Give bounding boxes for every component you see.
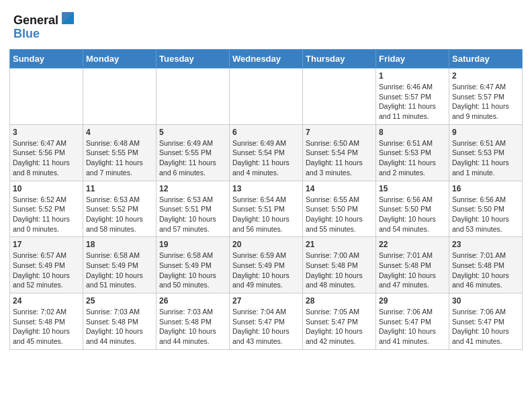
cell-content: Sunrise: 6:51 AM Sunset: 5:53 PM Dayligh…: [379, 138, 446, 178]
week-row-3: 10Sunrise: 6:52 AM Sunset: 5:52 PM Dayli…: [10, 181, 523, 237]
cell-content: Sunrise: 7:04 AM Sunset: 5:47 PM Dayligh…: [232, 307, 300, 347]
cell-content: Sunrise: 6:58 AM Sunset: 5:49 PM Dayligh…: [159, 250, 226, 290]
calendar-cell: 23Sunrise: 7:01 AM Sunset: 5:48 PM Dayli…: [449, 237, 523, 293]
day-number: 28: [306, 296, 373, 306]
cell-content: Sunrise: 6:48 AM Sunset: 5:55 PM Dayligh…: [86, 138, 153, 178]
day-number: 17: [13, 240, 80, 249]
cell-content: Sunrise: 6:49 AM Sunset: 5:54 PM Dayligh…: [232, 138, 300, 178]
calendar-cell: 18Sunrise: 6:58 AM Sunset: 5:49 PM Dayli…: [83, 237, 157, 293]
day-number: 5: [159, 128, 226, 137]
cell-content: Sunrise: 7:01 AM Sunset: 5:48 PM Dayligh…: [452, 250, 519, 290]
calendar-cell: 21Sunrise: 7:00 AM Sunset: 5:48 PM Dayli…: [303, 237, 376, 293]
calendar-cell: 14Sunrise: 6:55 AM Sunset: 5:50 PM Dayli…: [303, 181, 376, 237]
calendar-cell: 22Sunrise: 7:01 AM Sunset: 5:48 PM Dayli…: [376, 237, 449, 293]
cell-content: Sunrise: 7:01 AM Sunset: 5:48 PM Dayligh…: [379, 250, 446, 290]
cell-content: Sunrise: 6:53 AM Sunset: 5:51 PM Dayligh…: [159, 195, 226, 234]
day-number: 27: [232, 296, 300, 306]
day-number: 22: [379, 240, 446, 249]
calendar-cell: 30Sunrise: 7:06 AM Sunset: 5:47 PM Dayli…: [449, 293, 523, 350]
cell-content: Sunrise: 6:58 AM Sunset: 5:49 PM Dayligh…: [86, 250, 153, 290]
cell-content: Sunrise: 7:03 AM Sunset: 5:48 PM Dayligh…: [159, 307, 226, 347]
day-number: 3: [13, 128, 80, 137]
calendar-table: SundayMondayTuesdayWednesdayThursdayFrid…: [9, 49, 523, 350]
cell-content: Sunrise: 6:56 AM Sunset: 5:50 PM Dayligh…: [452, 195, 519, 234]
day-number: 23: [452, 240, 519, 249]
calendar-cell: 2Sunrise: 6:47 AM Sunset: 5:57 PM Daylig…: [449, 68, 523, 125]
week-row-1: 1Sunrise: 6:46 AM Sunset: 5:57 PM Daylig…: [10, 68, 523, 125]
calendar-cell: 26Sunrise: 7:03 AM Sunset: 5:48 PM Dayli…: [157, 293, 230, 350]
calendar-cell: 9Sunrise: 6:51 AM Sunset: 5:53 PM Daylig…: [449, 124, 523, 181]
day-number: 21: [306, 240, 373, 249]
week-row-2: 3Sunrise: 6:47 AM Sunset: 5:56 PM Daylig…: [10, 124, 523, 181]
cell-content: Sunrise: 6:56 AM Sunset: 5:50 PM Dayligh…: [379, 195, 446, 234]
calendar-cell: 12Sunrise: 6:53 AM Sunset: 5:51 PM Dayli…: [157, 181, 230, 237]
cell-content: Sunrise: 7:06 AM Sunset: 5:47 PM Dayligh…: [379, 307, 446, 347]
day-number: 25: [86, 296, 153, 306]
cell-content: Sunrise: 6:55 AM Sunset: 5:50 PM Dayligh…: [306, 195, 373, 234]
cell-content: Sunrise: 6:51 AM Sunset: 5:53 PM Dayligh…: [452, 138, 519, 178]
calendar-cell: 27Sunrise: 7:04 AM Sunset: 5:47 PM Dayli…: [230, 293, 303, 350]
calendar-cell: 8Sunrise: 6:51 AM Sunset: 5:53 PM Daylig…: [376, 124, 449, 181]
cell-content: Sunrise: 6:57 AM Sunset: 5:49 PM Dayligh…: [13, 250, 80, 290]
weekday-header-monday: Monday: [83, 50, 157, 68]
calendar-cell: 4Sunrise: 6:48 AM Sunset: 5:55 PM Daylig…: [83, 124, 157, 181]
weekday-header-row: SundayMondayTuesdayWednesdayThursdayFrid…: [10, 50, 523, 68]
day-number: 26: [159, 296, 226, 306]
calendar-cell: 16Sunrise: 6:56 AM Sunset: 5:50 PM Dayli…: [449, 181, 523, 237]
cell-content: Sunrise: 6:46 AM Sunset: 5:57 PM Dayligh…: [379, 82, 446, 122]
calendar-cell: 25Sunrise: 7:03 AM Sunset: 5:48 PM Dayli…: [83, 293, 157, 350]
day-number: 29: [379, 296, 446, 306]
calendar-wrap: SundayMondayTuesdayWednesdayThursdayFrid…: [0, 49, 532, 359]
logo-svg: General Blue: [13, 12, 74, 42]
day-number: 18: [86, 240, 153, 249]
cell-content: Sunrise: 6:47 AM Sunset: 5:57 PM Dayligh…: [452, 82, 519, 122]
week-row-5: 24Sunrise: 7:02 AM Sunset: 5:48 PM Dayli…: [10, 293, 523, 350]
svg-text:General: General: [13, 13, 58, 27]
cell-content: Sunrise: 7:03 AM Sunset: 5:48 PM Dayligh…: [86, 307, 153, 347]
cell-content: Sunrise: 6:59 AM Sunset: 5:49 PM Dayligh…: [232, 250, 300, 290]
day-number: 20: [232, 240, 300, 249]
day-number: 2: [452, 71, 519, 81]
cell-content: Sunrise: 6:49 AM Sunset: 5:55 PM Dayligh…: [159, 138, 226, 178]
calendar-cell: 29Sunrise: 7:06 AM Sunset: 5:47 PM Dayli…: [376, 293, 449, 350]
week-row-4: 17Sunrise: 6:57 AM Sunset: 5:49 PM Dayli…: [10, 237, 523, 293]
cell-content: Sunrise: 7:06 AM Sunset: 5:47 PM Dayligh…: [452, 307, 519, 347]
day-number: 13: [232, 184, 300, 193]
day-number: 12: [159, 184, 226, 193]
calendar-cell: 17Sunrise: 6:57 AM Sunset: 5:49 PM Dayli…: [10, 237, 83, 293]
calendar-cell: [230, 68, 303, 125]
cell-content: Sunrise: 6:50 AM Sunset: 5:54 PM Dayligh…: [306, 138, 373, 178]
day-number: 8: [379, 128, 446, 137]
calendar-cell: 20Sunrise: 6:59 AM Sunset: 5:49 PM Dayli…: [230, 237, 303, 293]
header: General Blue: [0, 0, 532, 49]
calendar-cell: [303, 68, 376, 125]
calendar-cell: [10, 68, 83, 125]
calendar-cell: 7Sunrise: 6:50 AM Sunset: 5:54 PM Daylig…: [303, 124, 376, 181]
day-number: 11: [86, 184, 153, 193]
weekday-header-tuesday: Tuesday: [157, 50, 230, 68]
day-number: 30: [452, 296, 519, 306]
day-number: 1: [379, 71, 446, 81]
cell-content: Sunrise: 7:00 AM Sunset: 5:48 PM Dayligh…: [306, 250, 373, 290]
day-number: 6: [232, 128, 300, 137]
calendar-cell: 1Sunrise: 6:46 AM Sunset: 5:57 PM Daylig…: [376, 68, 449, 125]
svg-text:Blue: Blue: [13, 27, 40, 40]
calendar-cell: [157, 68, 230, 125]
cell-content: Sunrise: 6:47 AM Sunset: 5:56 PM Dayligh…: [13, 138, 80, 178]
day-number: 15: [379, 184, 446, 193]
cell-content: Sunrise: 6:53 AM Sunset: 5:52 PM Dayligh…: [86, 195, 153, 234]
cell-content: Sunrise: 7:05 AM Sunset: 5:47 PM Dayligh…: [306, 307, 373, 347]
calendar-cell: 6Sunrise: 6:49 AM Sunset: 5:54 PM Daylig…: [230, 124, 303, 181]
day-number: 24: [13, 296, 80, 306]
cell-content: Sunrise: 6:54 AM Sunset: 5:51 PM Dayligh…: [232, 195, 300, 234]
cell-content: Sunrise: 7:02 AM Sunset: 5:48 PM Dayligh…: [13, 307, 80, 347]
calendar-cell: 11Sunrise: 6:53 AM Sunset: 5:52 PM Dayli…: [83, 181, 157, 237]
day-number: 7: [306, 128, 373, 137]
weekday-header-saturday: Saturday: [449, 50, 523, 68]
day-number: 10: [13, 184, 80, 193]
weekday-header-sunday: Sunday: [10, 50, 83, 68]
day-number: 16: [452, 184, 519, 193]
day-number: 4: [86, 128, 153, 137]
calendar-cell: 10Sunrise: 6:52 AM Sunset: 5:52 PM Dayli…: [10, 181, 83, 237]
logo: General Blue: [13, 12, 74, 42]
